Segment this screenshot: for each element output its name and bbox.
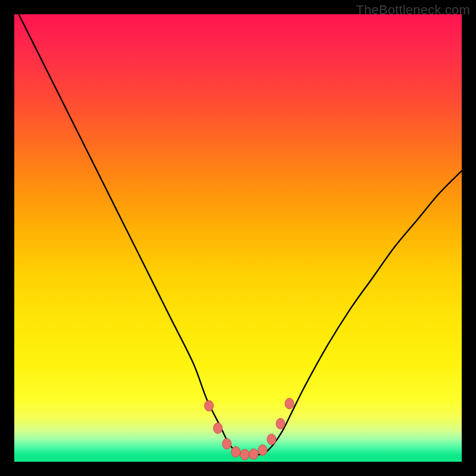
valley-marker	[249, 449, 258, 459]
valley-markers-group	[205, 398, 294, 460]
valley-marker	[231, 446, 240, 457]
valley-marker	[214, 423, 223, 434]
valley-marker	[258, 444, 267, 455]
valley-marker	[240, 449, 249, 460]
chart-frame: TheBottleneck.com	[0, 0, 476, 476]
valley-marker	[223, 439, 231, 449]
curve-layer	[14, 14, 462, 462]
valley-marker	[276, 418, 285, 429]
bottleneck-curve	[19, 14, 462, 455]
watermark-text: TheBottleneck.com	[356, 2, 470, 18]
valley-marker	[205, 400, 214, 411]
valley-marker	[267, 434, 276, 444]
valley-marker	[285, 398, 294, 409]
